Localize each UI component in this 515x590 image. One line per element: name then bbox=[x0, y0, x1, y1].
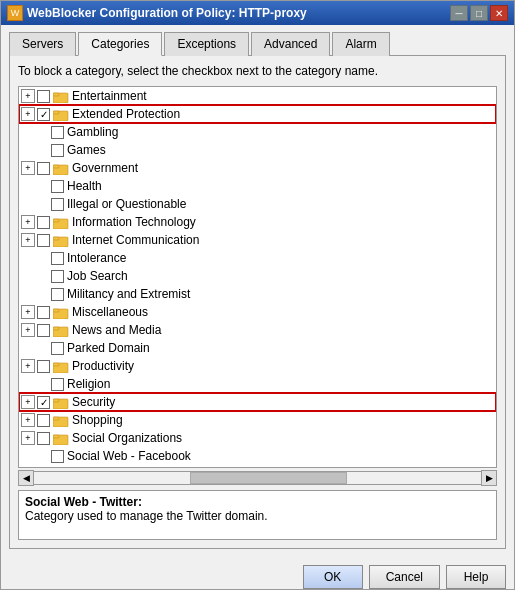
tab-alarm[interactable]: Alarm bbox=[332, 32, 389, 56]
category-label: Productivity bbox=[72, 359, 134, 373]
category-checkbox[interactable] bbox=[51, 144, 64, 157]
category-checkbox[interactable] bbox=[51, 378, 64, 391]
category-checkbox[interactable] bbox=[37, 432, 50, 445]
tab-servers[interactable]: Servers bbox=[9, 32, 76, 56]
folder-icon bbox=[53, 162, 69, 175]
category-checkbox[interactable] bbox=[37, 396, 50, 409]
category-checkbox[interactable] bbox=[37, 216, 50, 229]
expand-placeholder bbox=[35, 377, 49, 391]
list-item[interactable]: Games bbox=[19, 141, 496, 159]
expand-icon[interactable]: + bbox=[21, 107, 35, 121]
folder-icon bbox=[53, 90, 69, 103]
app-icon: W bbox=[7, 5, 23, 21]
category-checkbox[interactable] bbox=[37, 324, 50, 337]
folder-icon bbox=[53, 216, 69, 229]
category-checkbox[interactable] bbox=[51, 450, 64, 463]
expand-icon[interactable]: + bbox=[21, 233, 35, 247]
folder-icon bbox=[53, 234, 69, 247]
category-label: Government bbox=[72, 161, 138, 175]
svg-rect-15 bbox=[53, 363, 59, 366]
list-item[interactable]: + Productivity bbox=[19, 357, 496, 375]
svg-rect-11 bbox=[53, 309, 59, 312]
list-item[interactable]: + Shopping bbox=[19, 411, 496, 429]
list-item[interactable]: + Social Organizations bbox=[19, 429, 496, 447]
category-checkbox[interactable] bbox=[37, 306, 50, 319]
category-checkbox[interactable] bbox=[37, 108, 50, 121]
ok-button[interactable]: OK bbox=[303, 565, 363, 589]
panel-description: To block a category, select the checkbox… bbox=[18, 64, 497, 78]
expand-placeholder bbox=[35, 179, 49, 193]
expand-icon[interactable]: + bbox=[21, 359, 35, 373]
expand-icon[interactable]: + bbox=[21, 215, 35, 229]
list-item[interactable]: + Security bbox=[19, 393, 496, 411]
folder-icon bbox=[53, 396, 69, 409]
category-checkbox[interactable] bbox=[51, 180, 64, 193]
list-item[interactable]: Social Web - LinkedIn bbox=[19, 465, 496, 467]
category-checkbox[interactable] bbox=[51, 126, 64, 139]
expand-icon[interactable]: + bbox=[21, 431, 35, 445]
list-item[interactable]: Social Web - Facebook bbox=[19, 447, 496, 465]
category-checkbox[interactable] bbox=[51, 342, 64, 355]
svg-rect-21 bbox=[53, 435, 59, 438]
list-item[interactable]: + Entertainment bbox=[19, 87, 496, 105]
scroll-right-button[interactable]: ▶ bbox=[481, 470, 497, 486]
cancel-button[interactable]: Cancel bbox=[369, 565, 440, 589]
category-label: Militancy and Extremist bbox=[67, 287, 190, 301]
minimize-button[interactable]: ─ bbox=[450, 5, 468, 21]
expand-icon[interactable]: + bbox=[21, 161, 35, 175]
folder-icon bbox=[53, 324, 69, 337]
svg-rect-7 bbox=[53, 219, 59, 222]
svg-rect-17 bbox=[53, 399, 59, 402]
close-button[interactable]: ✕ bbox=[490, 5, 508, 21]
list-item[interactable]: Gambling bbox=[19, 123, 496, 141]
list-item[interactable]: Health bbox=[19, 177, 496, 195]
category-label: Miscellaneous bbox=[72, 305, 148, 319]
footer-buttons: OK Cancel Help bbox=[1, 557, 514, 589]
expand-placeholder bbox=[35, 287, 49, 301]
tab-categories[interactable]: Categories bbox=[78, 32, 162, 56]
tab-exceptions[interactable]: Exceptions bbox=[164, 32, 249, 56]
category-checkbox[interactable] bbox=[37, 162, 50, 175]
list-item[interactable]: Parked Domain bbox=[19, 339, 496, 357]
category-label: Security bbox=[72, 395, 115, 409]
category-label: Information Technology bbox=[72, 215, 196, 229]
description-box: Social Web - Twitter: Category used to m… bbox=[18, 490, 497, 540]
help-button[interactable]: Help bbox=[446, 565, 506, 589]
expand-icon[interactable]: + bbox=[21, 413, 35, 427]
list-item[interactable]: + Extended Protection bbox=[19, 105, 496, 123]
category-checkbox[interactable] bbox=[37, 90, 50, 103]
expand-icon[interactable]: + bbox=[21, 305, 35, 319]
list-item[interactable]: Religion bbox=[19, 375, 496, 393]
maximize-button[interactable]: □ bbox=[470, 5, 488, 21]
tab-advanced[interactable]: Advanced bbox=[251, 32, 330, 56]
list-item[interactable]: + Miscellaneous bbox=[19, 303, 496, 321]
expand-icon[interactable]: + bbox=[21, 89, 35, 103]
list-item[interactable]: Militancy and Extremist bbox=[19, 285, 496, 303]
category-checkbox[interactable] bbox=[51, 270, 64, 283]
category-checkbox[interactable] bbox=[37, 234, 50, 247]
category-list-scroll[interactable]: + Entertainment + Exten bbox=[19, 87, 496, 467]
category-label: Intolerance bbox=[67, 251, 126, 265]
horizontal-scrollbar[interactable]: ◀ ▶ bbox=[18, 470, 497, 486]
list-item[interactable]: + Internet Communication bbox=[19, 231, 496, 249]
expand-icon[interactable]: + bbox=[21, 323, 35, 337]
category-checkbox[interactable] bbox=[51, 252, 64, 265]
expand-placeholder bbox=[35, 449, 49, 463]
list-item[interactable]: + Government bbox=[19, 159, 496, 177]
category-checkbox[interactable] bbox=[51, 288, 64, 301]
list-item[interactable]: Illegal or Questionable bbox=[19, 195, 496, 213]
list-item[interactable]: Job Search bbox=[19, 267, 496, 285]
list-item[interactable]: Intolerance bbox=[19, 249, 496, 267]
category-checkbox[interactable] bbox=[37, 360, 50, 373]
scroll-left-button[interactable]: ◀ bbox=[18, 470, 34, 486]
list-item[interactable]: + Information Technology bbox=[19, 213, 496, 231]
scroll-track[interactable] bbox=[34, 471, 481, 485]
scroll-thumb[interactable] bbox=[190, 472, 346, 484]
category-checkbox[interactable] bbox=[51, 198, 64, 211]
list-item[interactable]: + News and Media bbox=[19, 321, 496, 339]
window-title: WebBlocker Configuration of Policy: HTTP… bbox=[27, 6, 307, 20]
svg-rect-13 bbox=[53, 327, 59, 330]
expand-icon[interactable]: + bbox=[21, 395, 35, 409]
title-bar-left: W WebBlocker Configuration of Policy: HT… bbox=[7, 5, 307, 21]
category-checkbox[interactable] bbox=[37, 414, 50, 427]
